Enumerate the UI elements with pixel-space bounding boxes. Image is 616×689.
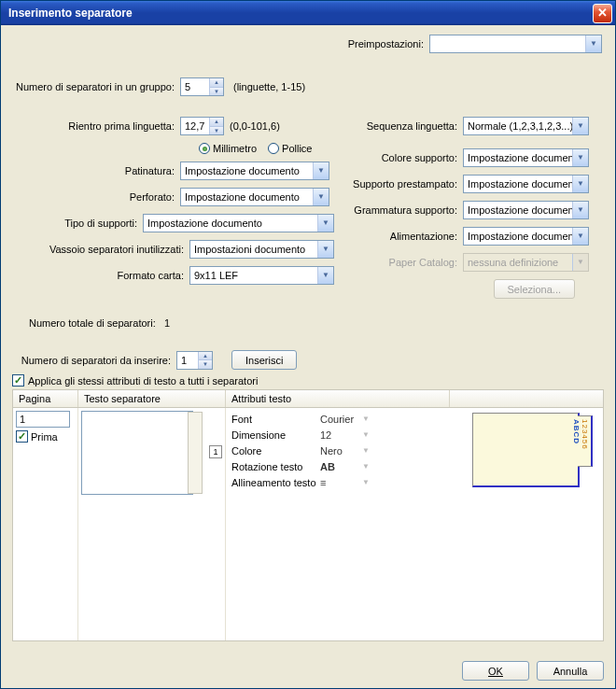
rientro-spinner[interactable]: ▲▼ <box>180 117 224 135</box>
chevron-down-icon: ▼ <box>572 149 588 166</box>
radio-in-label: Pollice <box>282 143 312 154</box>
grammatura-label: Grammatura supporto: <box>342 204 463 216</box>
col-pagina: Pagina <box>13 390 78 407</box>
formato-combo[interactable]: 9x11 LEF ▼ <box>189 266 334 285</box>
prima-checkbox[interactable] <box>16 430 28 443</box>
chevron-down-icon[interactable]: ▼ <box>362 462 370 471</box>
colore-combo[interactable]: Impostazione documento ▼ <box>463 148 589 167</box>
chevron-down-icon: ▼ <box>317 215 333 232</box>
num-group-spinner[interactable]: ▲▼ <box>180 77 224 96</box>
chevron-down-icon: ▼ <box>572 202 588 218</box>
chevron-down-icon: ▼ <box>313 162 329 179</box>
vassoio-label: Vassoio separatori inutilizzati: <box>12 244 189 255</box>
chevron-down-icon[interactable]: ▼ <box>362 446 370 455</box>
spin-up-icon[interactable]: ▲ <box>209 78 223 88</box>
apply-label: Applica gli stessi attributi di testo a … <box>28 375 258 387</box>
spin-up-icon[interactable]: ▲ <box>198 352 212 361</box>
num-group-label: Numero di separatori in un gruppo: <box>12 81 180 92</box>
perforato-label: Perforato: <box>12 191 180 203</box>
tipo-combo[interactable]: Impostazione documento ▼ <box>143 214 334 232</box>
colore-label: Colore supporto: <box>342 152 463 163</box>
tipo-label: Tipo di supporti: <box>12 218 143 229</box>
scrollbar[interactable] <box>188 412 203 494</box>
patinatura-combo[interactable]: Impostazione documento ▼ <box>180 162 329 180</box>
radio-mm-label: Millimetro <box>213 143 257 154</box>
spin-down-icon[interactable]: ▼ <box>198 360 212 369</box>
seleziona-button: Seleziona... <box>494 279 575 299</box>
sequenza-combo[interactable]: Normale (1,2,3,1,2,3...) ▼ <box>463 117 589 135</box>
testo-textarea[interactable] <box>81 411 193 495</box>
catalog-combo: nessuna definizione ▼ <box>463 253 589 272</box>
chevron-down-icon[interactable]: ▼ <box>362 430 370 439</box>
chevron-down-icon: ▼ <box>585 35 601 52</box>
prestampato-combo[interactable]: Impostazione documento ▼ <box>463 175 589 193</box>
cancel-button[interactable]: Annulla <box>537 661 604 681</box>
radio-mm[interactable] <box>199 143 210 154</box>
grammatura-combo[interactable]: Impostazione documento ▼ <box>463 201 589 219</box>
presets-combo[interactable]: ▼ <box>429 35 602 53</box>
chevron-down-icon: ▼ <box>317 267 333 284</box>
titlebar: Inserimento separatore ✕ <box>1 1 615 25</box>
alimentazione-label: Alimentazione: <box>342 231 463 242</box>
catalog-label: Paper Catalog: <box>342 257 463 268</box>
col-testo: Testo separatore <box>78 390 226 407</box>
spin-up-icon[interactable]: ▲ <box>209 118 223 127</box>
rientro-label: Rientro prima linguetta: <box>12 120 180 132</box>
pagina-input[interactable] <box>16 411 70 428</box>
num-group-input[interactable] <box>181 78 209 95</box>
close-button[interactable]: ✕ <box>593 4 612 23</box>
totale-value: 1 <box>164 317 170 329</box>
col-attr: Attributi testo <box>226 390 450 407</box>
num-group-hint: (linguette, 1-15) <box>233 81 305 92</box>
apply-checkbox[interactable] <box>12 374 24 387</box>
inserire-label: Numero di separatori da inserire: <box>12 355 176 366</box>
align-icon: ≡ <box>320 477 362 488</box>
prima-label: Prima <box>31 431 58 443</box>
prestampato-label: Supporto prestampato: <box>342 178 463 190</box>
chevron-down-icon: ▼ <box>572 254 588 271</box>
spin-down-icon[interactable]: ▼ <box>209 88 223 96</box>
spin-down-icon[interactable]: ▼ <box>209 127 223 135</box>
chevron-down-icon: ▼ <box>572 176 588 192</box>
formato-label: Formato carta: <box>12 270 189 281</box>
rientro-hint: (0,0-101,6) <box>230 120 280 132</box>
marker: 1 <box>209 445 222 458</box>
perforato-combo[interactable]: Impostazione documento ▼ <box>180 188 329 206</box>
ok-button[interactable]: OK <box>462 661 529 681</box>
totale-label: Numero totale di separatori: <box>29 317 156 329</box>
rientro-input[interactable] <box>181 118 209 134</box>
window-title: Inserimento separatore <box>8 7 133 20</box>
inserisci-button[interactable]: Inserisci <box>231 350 297 370</box>
presets-label: Preimpostazioni: <box>348 38 429 49</box>
radio-in[interactable] <box>268 143 279 154</box>
inserire-spinner[interactable]: ▲▼ <box>176 351 213 370</box>
chevron-down-icon[interactable]: ▼ <box>362 415 370 423</box>
chevron-down-icon: ▼ <box>313 189 329 205</box>
sequenza-label: Sequenza linguetta: <box>342 120 463 132</box>
table-header: Pagina Testo separatore Attributi testo <box>12 389 604 408</box>
chevron-down-icon: ▼ <box>572 228 588 245</box>
chevron-down-icon: ▼ <box>572 118 588 134</box>
vassoio-combo[interactable]: Impostazioni documento ▼ <box>189 240 334 259</box>
patinatura-label: Patinatura: <box>12 165 180 176</box>
alimentazione-combo[interactable]: Impostazione documento ▼ <box>463 227 589 246</box>
chevron-down-icon: ▼ <box>317 241 333 258</box>
chevron-down-icon[interactable]: ▼ <box>362 478 370 486</box>
inserire-input[interactable] <box>177 352 198 369</box>
tab-preview: ABCD 123456 <box>472 413 594 501</box>
